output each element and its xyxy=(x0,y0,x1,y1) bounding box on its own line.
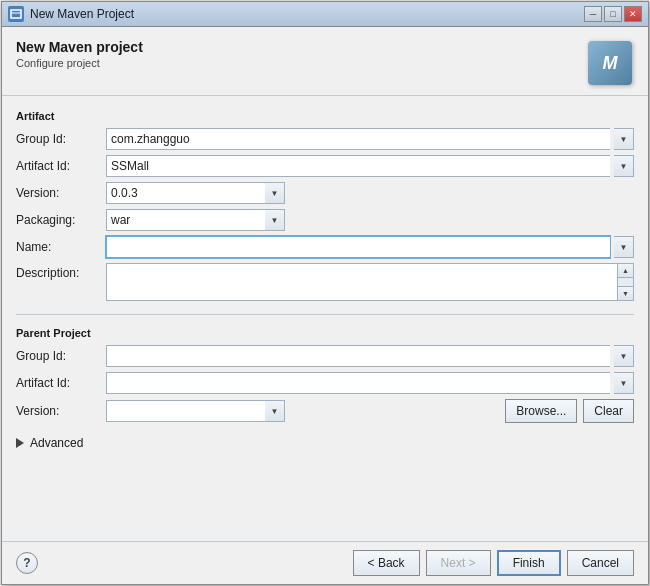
artifact-id-dropdown-btn[interactable]: ▼ xyxy=(614,155,634,177)
parent-group-id-label: Group Id: xyxy=(16,349,106,363)
maximize-button[interactable]: □ xyxy=(604,6,622,22)
packaging-input[interactable] xyxy=(106,209,265,231)
main-form-area: Artifact Group Id: ▼ Artifact Id: xyxy=(2,96,648,541)
name-row: Name: ▼ xyxy=(16,236,634,258)
artifact-id-row: Artifact Id: ▼ xyxy=(16,155,634,177)
name-label: Name: xyxy=(16,240,106,254)
content-area: New Maven project Configure project M Ar… xyxy=(2,27,648,584)
parent-section-label: Parent Project xyxy=(16,327,634,339)
advanced-label: Advanced xyxy=(30,436,83,450)
parent-group-id-control: ▼ xyxy=(106,345,634,367)
group-id-row: Group Id: ▼ xyxy=(16,128,634,150)
window-icon xyxy=(8,6,24,22)
section-divider xyxy=(16,314,634,315)
page-subtitle: Configure project xyxy=(16,57,143,69)
packaging-combo: ▼ xyxy=(106,209,246,231)
version-label: Version: xyxy=(16,186,106,200)
description-input[interactable] xyxy=(106,263,618,301)
parent-artifact-id-input[interactable] xyxy=(106,372,610,394)
version-input[interactable] xyxy=(106,182,265,204)
advanced-row[interactable]: Advanced xyxy=(16,436,634,450)
description-scrollbar: ▲ ▼ xyxy=(618,263,634,301)
parent-artifact-id-combo xyxy=(106,372,610,394)
bottom-right: < Back Next > Finish Cancel xyxy=(353,550,634,576)
artifact-id-control: ▼ xyxy=(106,155,634,177)
version-control: ▼ xyxy=(106,182,634,204)
parent-artifact-id-dropdown-btn[interactable]: ▼ xyxy=(614,372,634,394)
parent-artifact-id-row: Artifact Id: ▼ xyxy=(16,372,634,394)
scroll-up-arrow[interactable]: ▲ xyxy=(618,264,633,278)
browse-button[interactable]: Browse... xyxy=(505,399,577,423)
name-combo xyxy=(106,236,610,258)
group-id-control: ▼ xyxy=(106,128,634,150)
description-control: ▲ ▼ xyxy=(106,263,634,301)
parent-group-id-input[interactable] xyxy=(106,345,610,367)
parent-artifact-id-control: ▼ xyxy=(106,372,634,394)
window-title: New Maven Project xyxy=(30,7,134,21)
name-dropdown-btn[interactable]: ▼ xyxy=(614,236,634,258)
page-title: New Maven project xyxy=(16,39,143,55)
group-id-input[interactable] xyxy=(106,128,610,150)
help-button[interactable]: ? xyxy=(16,552,38,574)
description-row: Description: ▲ ▼ xyxy=(16,263,634,301)
maven-logo-letter: M xyxy=(588,41,632,85)
cancel-button[interactable]: Cancel xyxy=(567,550,634,576)
parent-group-id-dropdown-btn[interactable]: ▼ xyxy=(614,345,634,367)
header-section: New Maven project Configure project M xyxy=(2,27,648,96)
version-row: Version: ▼ xyxy=(16,182,634,204)
bottom-bar: ? < Back Next > Finish Cancel xyxy=(2,541,648,584)
titlebar-left: New Maven Project xyxy=(8,6,134,22)
parent-version-control: ▼ Browse... Clear xyxy=(106,399,634,423)
titlebar-controls: ─ □ ✕ xyxy=(584,6,642,22)
name-input[interactable] xyxy=(106,236,610,258)
group-id-dropdown-btn[interactable]: ▼ xyxy=(614,128,634,150)
group-id-combo xyxy=(106,128,610,150)
description-label: Description: xyxy=(16,263,106,280)
minimize-button[interactable]: ─ xyxy=(584,6,602,22)
artifact-section-label: Artifact xyxy=(16,110,634,122)
parent-group-id-row: Group Id: ▼ xyxy=(16,345,634,367)
artifact-id-input[interactable] xyxy=(106,155,610,177)
packaging-control: ▼ xyxy=(106,209,634,231)
next-button[interactable]: Next > xyxy=(426,550,491,576)
packaging-label: Packaging: xyxy=(16,213,106,227)
artifact-id-combo xyxy=(106,155,610,177)
packaging-row: Packaging: ▼ xyxy=(16,209,634,231)
parent-group-id-combo xyxy=(106,345,610,367)
titlebar: New Maven Project ─ □ ✕ xyxy=(2,2,648,27)
parent-artifact-id-label: Artifact Id: xyxy=(16,376,106,390)
name-control: ▼ xyxy=(106,236,634,258)
version-combo: ▼ xyxy=(106,182,246,204)
back-button[interactable]: < Back xyxy=(353,550,420,576)
advanced-triangle-icon xyxy=(16,438,24,448)
scroll-down-arrow[interactable]: ▼ xyxy=(618,286,633,300)
svg-rect-0 xyxy=(11,10,21,18)
artifact-id-label: Artifact Id: xyxy=(16,159,106,173)
close-button[interactable]: ✕ xyxy=(624,6,642,22)
parent-version-label: Version: xyxy=(16,404,106,418)
version-dropdown-btn[interactable]: ▼ xyxy=(265,182,285,204)
clear-button[interactable]: Clear xyxy=(583,399,634,423)
parent-version-dropdown-btn[interactable]: ▼ xyxy=(265,400,285,422)
header-text: New Maven project Configure project xyxy=(16,39,143,69)
maven-logo: M xyxy=(586,39,634,87)
group-id-label: Group Id: xyxy=(16,132,106,146)
packaging-dropdown-btn[interactable]: ▼ xyxy=(265,209,285,231)
parent-version-row: Version: ▼ Browse... Clear xyxy=(16,399,634,423)
main-window: New Maven Project ─ □ ✕ New Maven projec… xyxy=(1,1,649,585)
parent-version-combo: ▼ xyxy=(106,400,246,422)
bottom-left: ? xyxy=(16,552,38,574)
finish-button[interactable]: Finish xyxy=(497,550,561,576)
parent-version-input[interactable] xyxy=(106,400,265,422)
